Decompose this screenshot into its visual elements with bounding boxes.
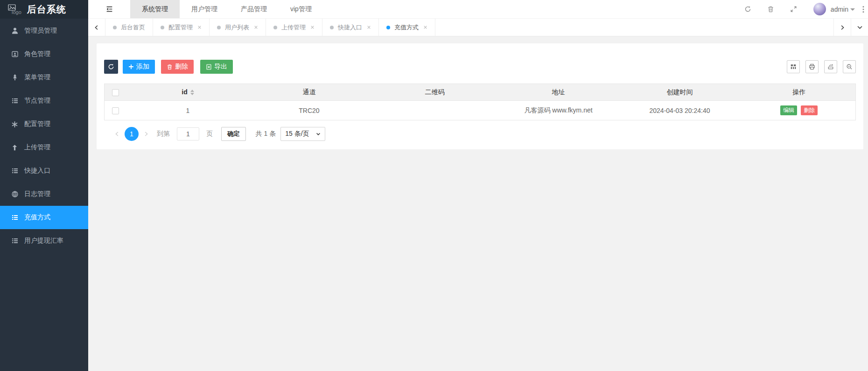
prev-page-button[interactable] [114, 131, 120, 137]
data-table: id 通道 二维码 地址 创建时间 操作 1 TRC20 [104, 84, 856, 120]
sidebar-item-quick-entry[interactable]: 快捷入口 [0, 159, 88, 182]
page-size-select[interactable]: 15 条/页 [280, 127, 325, 141]
refresh-button[interactable] [104, 60, 118, 74]
excel-file-icon [206, 64, 212, 70]
tabbar-spacer [435, 19, 833, 36]
goto-label: 到第 [157, 130, 170, 138]
table-tools [787, 60, 856, 73]
sidebar-item-recharge-method[interactable]: 充值方式 [0, 206, 88, 229]
print-button[interactable] [805, 60, 819, 73]
sidebar-item-label: 充值方式 [24, 213, 50, 222]
close-icon[interactable] [197, 25, 202, 29]
chevron-left-icon [114, 131, 120, 137]
tab-label: 用户列表 [225, 23, 249, 32]
column-header-actions: 操作 [743, 84, 856, 101]
tab-label: 快捷入口 [338, 23, 362, 32]
sidebar-item-log-manage[interactable]: 日志管理 [0, 182, 88, 206]
sort-icon[interactable] [190, 88, 194, 97]
row-checkbox-cell [105, 101, 127, 120]
avatar[interactable] [813, 3, 826, 15]
total-count-label: 共 1 条 [256, 130, 276, 138]
sidebar-item-upload-manage[interactable]: 上传管理 [0, 136, 88, 159]
delete-button[interactable]: 删除 [161, 60, 194, 74]
sidebar-item-node-manage[interactable]: 节点管理 [0, 89, 88, 112]
main-column: 系统管理 用户管理 产品管理 vip管理 admin [88, 0, 868, 371]
sidebar: logo 后台系统 管理员管理 角色管理 菜单管理 节点管理 [0, 0, 88, 371]
tab-upload-manage[interactable]: 上传管理 [266, 19, 322, 36]
refresh-icon[interactable] [744, 6, 751, 13]
tab-label: 充值方式 [394, 23, 419, 32]
sidebar-item-label: 管理员管理 [24, 27, 57, 35]
tab-user-list[interactable]: 用户列表 [210, 19, 266, 36]
search-button[interactable] [843, 60, 856, 73]
page-size-value: 15 条/页 [285, 130, 309, 138]
sidebar-item-admin-manage[interactable]: 管理员管理 [0, 19, 88, 42]
edit-row-button[interactable]: 编辑 [780, 105, 797, 115]
app-title: 后台系统 [27, 3, 66, 16]
chevron-down-icon[interactable] [850, 8, 855, 13]
collapse-menu-icon [105, 5, 113, 13]
sidebar-item-config-manage[interactable]: 配置管理 [0, 112, 88, 136]
tabs-scroll-right-button[interactable] [833, 19, 851, 36]
close-icon[interactable] [367, 25, 371, 29]
column-header-id: id [127, 84, 249, 101]
top-nav: 系统管理 用户管理 产品管理 vip管理 [130, 0, 323, 18]
sidebar-item-withdraw-rate[interactable]: 用户提现汇率 [0, 229, 88, 252]
close-icon[interactable] [423, 25, 427, 29]
printer-icon [809, 63, 815, 70]
list-icon [11, 167, 19, 175]
sidebar-item-label: 角色管理 [24, 50, 50, 58]
tab-recharge-method[interactable]: 充值方式 [379, 19, 435, 36]
current-page-button[interactable]: 1 [125, 127, 139, 141]
export-button[interactable]: 导出 [200, 60, 233, 74]
pagination: 1 到第 页 确定 共 1 条 15 条/页 [110, 127, 856, 141]
table-card: 添加 删除 导出 [97, 43, 863, 149]
sidebar-item-label: 快捷入口 [24, 167, 50, 175]
column-header-channel: 通道 [249, 84, 370, 101]
sidebar-item-label: 用户提现汇率 [24, 237, 63, 245]
column-header-qrcode: 二维码 [370, 84, 500, 101]
sidebar-item-label: 上传管理 [24, 143, 50, 152]
nav-item-vip-manage[interactable]: vip管理 [279, 0, 323, 18]
export-data-button[interactable] [824, 60, 837, 73]
close-icon[interactable] [254, 25, 258, 29]
confirm-page-button[interactable]: 确定 [221, 127, 246, 141]
header-checkbox-cell [105, 84, 127, 101]
sidebar-item-role-manage[interactable]: 角色管理 [0, 42, 88, 66]
trash-icon [167, 64, 173, 70]
page-unit-label: 页 [206, 130, 213, 138]
tab-quick-entry[interactable]: 快捷入口 [322, 19, 379, 36]
sidebar-item-menu-manage[interactable]: 菜单管理 [0, 66, 88, 89]
cell-qrcode [370, 101, 500, 120]
plus-icon [128, 64, 134, 70]
filter-columns-button[interactable] [787, 60, 800, 73]
top-header: 系统管理 用户管理 产品管理 vip管理 admin [88, 0, 868, 19]
nav-item-user-manage[interactable]: 用户管理 [180, 0, 229, 18]
more-vertical-icon[interactable] [862, 6, 864, 13]
close-icon[interactable] [310, 25, 315, 29]
collapse-menu-button[interactable] [88, 0, 130, 18]
delete-row-button[interactable]: 删除 [801, 105, 818, 115]
tab-label: 后台首页 [121, 23, 145, 32]
tab-dot [217, 26, 221, 29]
nav-item-product-manage[interactable]: 产品管理 [229, 0, 279, 18]
next-page-button[interactable] [143, 131, 149, 137]
tabs-scroll-left-button[interactable] [88, 19, 105, 36]
table-toolbar: 添加 删除 导出 [104, 60, 856, 74]
tab-config-manage[interactable]: 配置管理 [153, 19, 210, 36]
fullscreen-icon[interactable] [790, 6, 797, 13]
select-all-checkbox[interactable] [112, 89, 119, 96]
cell-actions: 编辑删除 [743, 101, 856, 120]
tab-dot [273, 26, 277, 29]
user-name[interactable]: admin [831, 6, 848, 13]
tabs-menu-button[interactable] [851, 19, 868, 36]
page-number-input[interactable] [177, 127, 199, 140]
add-button[interactable]: 添加 [123, 60, 155, 74]
arrow-up-icon [11, 144, 19, 152]
tab-label: 配置管理 [168, 23, 193, 32]
row-checkbox[interactable] [112, 107, 119, 114]
nav-item-system-manage[interactable]: 系统管理 [130, 0, 180, 18]
cell-created-at: 2024-04-03 20:24:40 [617, 101, 743, 120]
trash-icon[interactable] [767, 6, 774, 13]
tab-home[interactable]: 后台首页 [105, 19, 153, 36]
